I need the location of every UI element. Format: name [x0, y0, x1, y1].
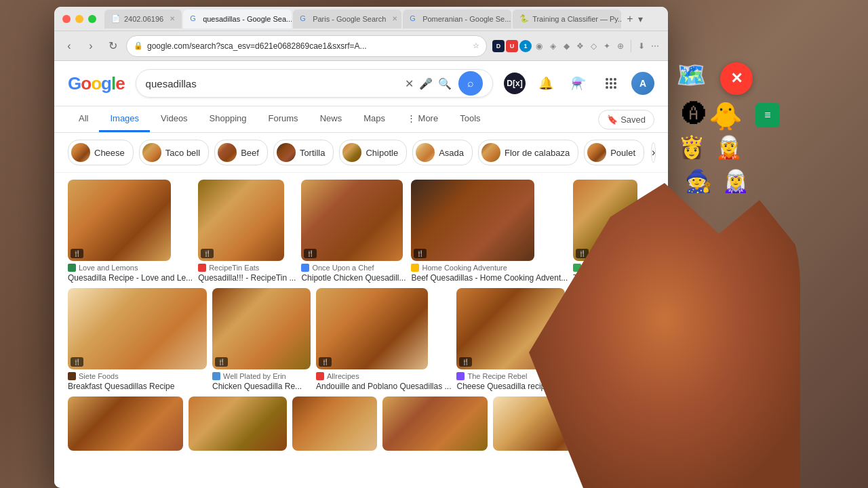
character1-icon[interactable]: 👸: [678, 134, 705, 160]
tab-maps[interactable]: Maps: [353, 106, 396, 132]
tab-forums[interactable]: Forums: [258, 106, 309, 132]
image-thumb-4: 🍴: [411, 180, 534, 261]
image-card-15[interactable]: [493, 396, 612, 451]
clear-search-button[interactable]: ✕: [405, 77, 414, 90]
source-name-1: Love and Lemons: [79, 264, 138, 272]
reload-button[interactable]: ↻: [104, 38, 121, 54]
extension4-icon[interactable]: ❖: [574, 40, 586, 52]
google-logo[interactable]: Google: [68, 73, 125, 94]
user-avatar[interactable]: A: [631, 72, 654, 95]
tab-pytorch[interactable]: 🐍 Training a Classifier — Py... ✕: [513, 9, 621, 28]
title-bar: 📄 2402.06196 ✕ G quesadillas - Google Se…: [54, 7, 668, 31]
image-card-11[interactable]: [68, 396, 183, 451]
download-icon[interactable]: ⬇: [635, 40, 648, 52]
image-card-10[interactable]: 🍴 Once Upon a Chef Chicken Quesadillas .…: [570, 288, 654, 391]
tab-paris[interactable]: G Paris - Google Search ✕: [293, 9, 401, 28]
extension3-icon[interactable]: ◆: [560, 40, 572, 52]
chip-label-flor: Flor de calabaza: [505, 148, 570, 158]
source-name-3: Once Upon a Chef: [312, 264, 374, 272]
new-tab-button[interactable]: +: [623, 13, 637, 25]
source-line-4: Home Cooking Adventure: [411, 264, 568, 272]
tab-shopping[interactable]: Shopping: [199, 106, 258, 132]
extension1-icon[interactable]: ◉: [533, 40, 545, 52]
ublock-icon[interactable]: U: [506, 40, 518, 52]
maps-desktop-icon[interactable]: 🗺️: [676, 61, 707, 89]
search-bar[interactable]: quesadillas ✕ 🎤 🔍 ⌕: [136, 69, 493, 98]
voice-search-button[interactable]: 🎤: [419, 77, 433, 90]
apps-button[interactable]: [599, 71, 623, 96]
character3-icon[interactable]: 🧙: [685, 168, 712, 194]
forward-button[interactable]: ›: [83, 38, 99, 54]
tab-all[interactable]: All: [68, 106, 99, 132]
chip-tortilla[interactable]: Tortilla: [273, 140, 334, 165]
toolbar-icons-row: D U 1 ◉ ◈ ◆ ❖ ◇ ✦ ⊕ ⬇ ⋯: [492, 40, 661, 52]
chip-label-cheese: Cheese: [94, 148, 125, 158]
tab-images[interactable]: Images: [99, 106, 150, 132]
chip-flor[interactable]: Flor de calabaza: [478, 140, 578, 165]
tab-more[interactable]: ⋮ More: [396, 106, 449, 132]
image-card-13[interactable]: [292, 396, 377, 451]
chip-cheese[interactable]: Cheese: [68, 140, 134, 165]
image-card-2[interactable]: 🍴 RecipeTin Eats Quesadilla!!! - RecipeT…: [198, 180, 296, 283]
filter-next-button[interactable]: ›: [651, 142, 656, 163]
image-card-3[interactable]: 🍴 Once Upon a Chef Chipotle Chicken Ques…: [301, 180, 406, 283]
image-search-button[interactable]: 🔍: [438, 77, 452, 90]
desktop-background: 📄 2402.06196 ✕ G quesadillas - Google Se…: [0, 0, 868, 488]
deepl-header-icon[interactable]: D[x]: [504, 73, 526, 94]
extension5-icon[interactable]: ◇: [587, 40, 599, 52]
chip-tacobell[interactable]: Taco bell: [139, 140, 209, 165]
source-line-7: Well Plated by Erin: [212, 372, 311, 380]
chip-label-chipotle: Chipotle: [366, 148, 398, 158]
tab-close-paris[interactable]: ✕: [392, 15, 397, 22]
translate-desktop-icon[interactable]: 🅐: [682, 100, 707, 129]
tab-close-arxiv[interactable]: ✕: [170, 15, 175, 22]
image-card-1[interactable]: 🍴 Love and Lemons Quesadilla Recipe - Lo…: [68, 180, 193, 283]
labs-button[interactable]: ⚗️: [566, 71, 591, 96]
duck-desktop-icon[interactable]: 🐥: [709, 100, 743, 132]
image-card-4[interactable]: 🍴 Home Cooking Adventure Beef Quesadilla…: [411, 180, 568, 283]
chip-beef[interactable]: Beef: [214, 140, 268, 165]
more-icon[interactable]: ⋯: [649, 40, 661, 52]
tab-arxiv[interactable]: 📄 2402.06196 ✕: [104, 9, 182, 28]
maximize-button[interactable]: [88, 15, 96, 23]
tab-label-pomeranian: Pomeranian - Google Se...: [422, 15, 511, 23]
image-thumb-7: 🍴: [212, 288, 311, 369]
image-card-8[interactable]: 🍴 Allrecipes Andouille and Poblano Quesa…: [316, 288, 451, 391]
deepl-icon[interactable]: D: [492, 40, 505, 52]
chip-chipotle[interactable]: Chipotle: [339, 140, 407, 165]
saved-button[interactable]: 🔖 Saved: [598, 110, 654, 129]
chip-img-beef: [218, 143, 237, 162]
character4-icon[interactable]: 🧝‍♀️: [722, 168, 749, 194]
image-card-9[interactable]: 🍴 The Recipe Rebel Cheese Quesadilla rec…: [456, 288, 565, 391]
image-card-7[interactable]: 🍴 Well Plated by Erin Chicken Quesadilla…: [212, 288, 311, 391]
image-card-6[interactable]: 🍴 Siete Foods Breakfast Quesadillas Reci…: [68, 288, 207, 391]
tab-icon-pomeranian: G: [410, 14, 419, 24]
source-name-6: Siete Foods: [79, 372, 119, 380]
notifications-button[interactable]: 🔔: [534, 71, 558, 96]
chip-poulet[interactable]: Poulet: [584, 140, 644, 165]
back-button[interactable]: ‹: [61, 38, 77, 54]
character2-icon[interactable]: 🧝: [715, 134, 743, 160]
red-circle-icon: ✕: [720, 62, 753, 95]
minimize-button[interactable]: [75, 15, 83, 23]
image-card-14[interactable]: [382, 396, 488, 451]
close-overlay-button[interactable]: ✕: [720, 62, 753, 95]
tab-news[interactable]: News: [309, 106, 353, 132]
extension2-icon[interactable]: ◈: [547, 40, 559, 52]
star-icon[interactable]: ☆: [473, 41, 479, 50]
image-card-5[interactable]: 🍴 Simply Recipes The Ultimate Quesadilla…: [573, 180, 668, 283]
image-card-12[interactable]: [189, 396, 287, 451]
extension7-icon[interactable]: ⊕: [614, 40, 627, 52]
close-button[interactable]: [62, 15, 71, 23]
tools-button[interactable]: Tools: [449, 106, 491, 132]
search-submit-button[interactable]: ⌕: [458, 71, 483, 96]
tab-pomeranian[interactable]: G Pomeranian - Google Se... ✕: [403, 9, 511, 28]
tab-videos[interactable]: Videos: [150, 106, 199, 132]
chip-asada[interactable]: Asada: [412, 140, 473, 165]
tab-expand-button[interactable]: ▾: [638, 14, 643, 24]
sheets-desktop-icon[interactable]: ≡: [755, 103, 780, 127]
extension6-icon[interactable]: ✦: [601, 40, 613, 52]
url-bar[interactable]: 🔒 google.com/search?sca_esv=d621e0682869…: [126, 35, 487, 57]
tab-quesadillas[interactable]: G quesadillas - Google Sea... ✕: [183, 9, 292, 28]
1password-icon[interactable]: 1: [519, 40, 532, 52]
